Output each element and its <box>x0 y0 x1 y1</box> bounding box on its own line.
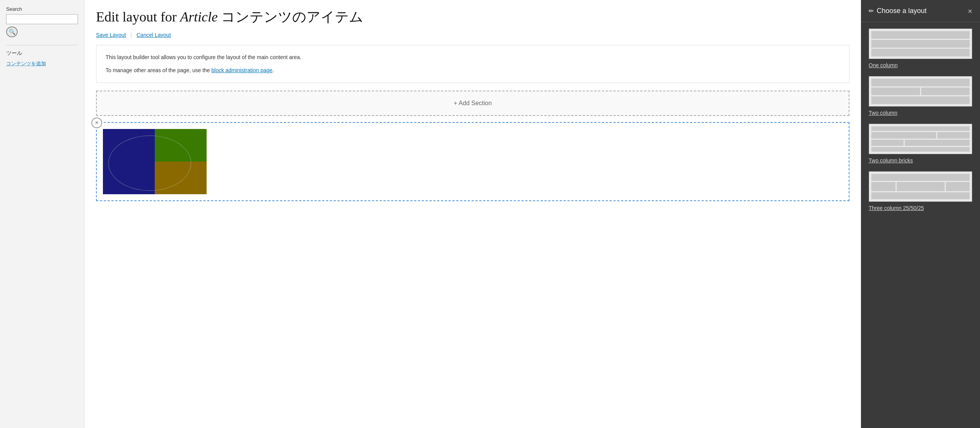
preview-tc-cell <box>946 182 970 191</box>
info-box: This layout builder tool allows you to c… <box>96 45 849 83</box>
one-column-label[interactable]: One column <box>869 62 897 68</box>
two-column-label[interactable]: Two column <box>869 110 897 116</box>
preview-full-row <box>871 126 970 131</box>
info-line2: To manage other areas of the page, use t… <box>106 66 840 74</box>
preview-cell <box>871 96 970 104</box>
content-image <box>103 129 207 194</box>
preview-tc-row <box>871 182 970 191</box>
cancel-layout-link[interactable]: Cancel Layout <box>136 32 171 38</box>
remove-section-button[interactable]: × <box>91 117 102 128</box>
info-line2-suffix: . <box>272 67 274 73</box>
search-button[interactable]: 🔍 <box>6 26 18 37</box>
action-separator: | <box>131 32 132 38</box>
one-column-preview <box>869 28 972 59</box>
layout-actions: Save Layout | Cancel Layout <box>96 32 849 38</box>
search-label: Search <box>6 6 78 12</box>
preview-cell <box>871 79 970 86</box>
info-line1: This layout builder tool allows you to c… <box>106 53 840 61</box>
preview-brick <box>871 132 936 139</box>
preview-row <box>871 40 970 48</box>
panel-title: Choose a layout <box>877 7 927 15</box>
layout-panel: ✏ Choose a layout × One column Two colum… <box>861 0 980 428</box>
preview-brick-row <box>871 132 970 139</box>
tools-label: ツール <box>6 50 78 57</box>
three-column-label[interactable]: Three column 25/50/25 <box>869 205 924 211</box>
page-title: Edit layout for Article コンテンツのアイテム <box>96 8 849 26</box>
layout-option-three-column[interactable]: Three column 25/50/25 <box>869 171 972 211</box>
two-column-bricks-preview <box>869 124 972 154</box>
search-icon: 🔍 <box>9 29 15 35</box>
preview-row <box>871 49 970 56</box>
preview-tc-cell <box>897 182 945 191</box>
tools-section: ツール コンテンツを追加 <box>6 45 78 67</box>
three-column-preview <box>869 171 972 202</box>
preview-tc-cell <box>871 182 896 191</box>
page-title-prefix: Edit layout for <box>96 9 180 25</box>
add-section-button[interactable]: + Add Section <box>96 91 849 116</box>
two-column-preview <box>869 76 972 107</box>
preview-cell <box>871 88 920 95</box>
main-content: Edit layout for Article コンテンツのアイテム Save … <box>84 0 861 428</box>
pencil-icon: ✏ <box>869 7 874 15</box>
preview-tc-full <box>871 192 970 199</box>
layout-options: One column Two column <box>861 22 980 225</box>
add-content-link[interactable]: コンテンツを追加 <box>6 61 46 66</box>
layout-option-two-column-bricks[interactable]: Two column bricks <box>869 124 972 164</box>
preview-tc-full <box>871 174 970 181</box>
info-line2-prefix: To manage other areas of the page, use t… <box>106 67 212 73</box>
layout-option-one-column[interactable]: One column <box>869 28 972 68</box>
panel-title-group: ✏ Choose a layout <box>869 7 927 15</box>
image-circle <box>108 136 191 191</box>
layout-option-two-column[interactable]: Two column <box>869 76 972 116</box>
sidebar-left: Search 🔍 ツール コンテンツを追加 <box>0 0 84 428</box>
preview-brick-row <box>871 140 970 146</box>
two-column-bricks-label[interactable]: Two column bricks <box>869 157 913 164</box>
preview-brick <box>905 140 970 146</box>
preview-brick <box>937 132 970 139</box>
preview-full-row <box>871 147 970 152</box>
preview-brick <box>871 140 904 146</box>
page-title-article: Article <box>180 9 218 25</box>
layout-panel-header: ✏ Choose a layout × <box>861 0 980 22</box>
layout-section: × <box>96 122 849 201</box>
block-admin-link[interactable]: block administration page <box>212 67 273 73</box>
search-input[interactable] <box>6 14 78 24</box>
preview-cell <box>921 88 970 95</box>
page-title-suffix: コンテンツのアイテム <box>218 9 363 25</box>
save-layout-link[interactable]: Save Layout <box>96 32 126 38</box>
preview-row <box>871 31 970 39</box>
close-panel-button[interactable]: × <box>968 7 972 15</box>
